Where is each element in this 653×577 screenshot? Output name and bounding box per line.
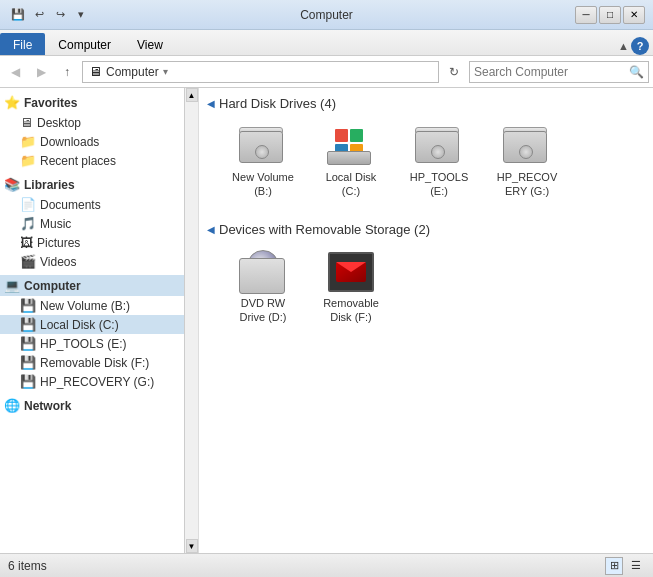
hard-disks-grid: New Volume (B:) bbox=[207, 119, 645, 206]
back-button[interactable]: ◀ bbox=[4, 61, 26, 83]
dvd-rw-drive-label: DVD RWDrive (D:) bbox=[239, 296, 286, 325]
computer-icon: 🖥 bbox=[89, 64, 102, 79]
computer-sidebar-label: Computer bbox=[24, 279, 81, 293]
tab-view[interactable]: View bbox=[124, 33, 176, 55]
sidebar-item-local-disk[interactable]: 💾 Local Disk (C:) bbox=[0, 315, 184, 334]
address-dropdown-arrow[interactable]: ▾ bbox=[163, 66, 168, 77]
removable-section-title: Devices with Removable Storage (2) bbox=[219, 222, 430, 237]
sidebar-computer-header[interactable]: 💻 Computer bbox=[0, 275, 184, 296]
videos-label: Videos bbox=[40, 255, 76, 269]
hp-recovery-drive-icon bbox=[503, 126, 551, 166]
removable-section-header: ◀ Devices with Removable Storage (2) bbox=[207, 222, 645, 237]
desktop-label: Desktop bbox=[37, 116, 81, 130]
drive-hp-recovery[interactable]: HP_RECOVERY (G:) bbox=[487, 119, 567, 206]
removable-drives-grid: DVD DVD RWDrive (D:) RemovableDisk (F:) bbox=[207, 245, 645, 332]
sidebar-item-removable[interactable]: 💾 Removable Disk (F:) bbox=[0, 353, 184, 372]
left-scroll-area: ▲ ▼ bbox=[185, 88, 199, 553]
address-bar: ◀ ▶ ↑ 🖥 Computer ▾ ↻ 🔍 bbox=[0, 56, 653, 88]
documents-label: Documents bbox=[40, 198, 101, 212]
favorites-label: Favorites bbox=[24, 96, 77, 110]
pictures-icon: 🖼 bbox=[20, 235, 33, 250]
hp-recovery-drive-label: HP_RECOVERY (G:) bbox=[497, 170, 558, 199]
sidebar-item-videos[interactable]: 🎬 Videos bbox=[0, 252, 184, 271]
minimize-button[interactable]: ─ bbox=[575, 6, 597, 24]
drive-local-disk[interactable]: Local Disk(C:) bbox=[311, 119, 391, 206]
window-controls: ─ □ ✕ bbox=[575, 6, 645, 24]
network-icon: 🌐 bbox=[4, 398, 20, 413]
tab-file[interactable]: File bbox=[0, 33, 45, 55]
recent-icon: 📁 bbox=[20, 153, 36, 168]
new-volume-icon: 💾 bbox=[20, 298, 36, 313]
undo-qat-button[interactable]: ↩ bbox=[29, 6, 49, 24]
address-text: Computer bbox=[106, 65, 159, 79]
close-button[interactable]: ✕ bbox=[623, 6, 645, 24]
videos-icon: 🎬 bbox=[20, 254, 36, 269]
desktop-icon: 🖥 bbox=[20, 115, 33, 130]
refresh-button[interactable]: ↻ bbox=[443, 61, 465, 83]
up-button[interactable]: ↑ bbox=[56, 61, 78, 83]
local-disk-label: Local Disk (C:) bbox=[40, 318, 119, 332]
address-field[interactable]: 🖥 Computer ▾ bbox=[82, 61, 439, 83]
sidebar-item-hp-tools[interactable]: 💾 HP_TOOLS (E:) bbox=[0, 334, 184, 353]
hard-disk-chevron[interactable]: ◀ bbox=[207, 98, 215, 109]
quick-access-toolbar: 💾 ↩ ↪ ▾ bbox=[8, 6, 91, 24]
hp-tools-drive-label: HP_TOOLS(E:) bbox=[410, 170, 469, 199]
sidebar-item-recent[interactable]: 📁 Recent places bbox=[0, 151, 184, 170]
redo-qat-button[interactable]: ↪ bbox=[50, 6, 70, 24]
documents-icon: 📄 bbox=[20, 197, 36, 212]
ribbon-right: ▲ ? bbox=[618, 37, 653, 55]
libraries-label: Libraries bbox=[24, 178, 75, 192]
content-area: ◀ Hard Disk Drives (4) New Volume (B:) bbox=[199, 88, 653, 553]
sidebar-item-downloads[interactable]: 📁 Downloads bbox=[0, 132, 184, 151]
qat-dropdown-button[interactable]: ▾ bbox=[71, 6, 91, 24]
title-bar-left: 💾 ↩ ↪ ▾ bbox=[8, 6, 91, 24]
new-volume-drive-icon bbox=[239, 126, 287, 166]
main-layout: ⭐ Favorites 🖥 Desktop 📁 Downloads 📁 Rece… bbox=[0, 88, 653, 553]
sidebar-item-music[interactable]: 🎵 Music bbox=[0, 214, 184, 233]
sidebar-item-new-volume[interactable]: 💾 New Volume (B:) bbox=[0, 296, 184, 315]
removable-label: Removable Disk (F:) bbox=[40, 356, 149, 370]
scroll-up-arrow[interactable]: ▲ bbox=[186, 88, 198, 102]
removable-disk-drive-icon bbox=[327, 252, 375, 292]
title-bar: 💾 ↩ ↪ ▾ Computer ─ □ ✕ bbox=[0, 0, 653, 30]
tab-computer[interactable]: Computer bbox=[45, 33, 124, 55]
drive-removable-disk[interactable]: RemovableDisk (F:) bbox=[311, 245, 391, 332]
medium-icons-view-button[interactable]: ⊞ bbox=[605, 557, 623, 575]
sidebar-item-desktop[interactable]: 🖥 Desktop bbox=[0, 113, 184, 132]
search-box[interactable]: 🔍 bbox=[469, 61, 649, 83]
sidebar-libraries-header[interactable]: 📚 Libraries bbox=[0, 174, 184, 195]
downloads-icon: 📁 bbox=[20, 134, 36, 149]
list-view-button[interactable]: ☰ bbox=[627, 557, 645, 575]
removable-sidebar-icon: 💾 bbox=[20, 355, 36, 370]
forward-button[interactable]: ▶ bbox=[30, 61, 52, 83]
sidebar-libraries-section: 📚 Libraries 📄 Documents 🎵 Music 🖼 Pictur… bbox=[0, 174, 184, 271]
music-label: Music bbox=[40, 217, 71, 231]
hp-tools-icon: 💾 bbox=[20, 336, 36, 351]
sidebar-item-pictures[interactable]: 🖼 Pictures bbox=[0, 233, 184, 252]
drive-new-volume[interactable]: New Volume (B:) bbox=[223, 119, 303, 206]
local-disk-drive-icon bbox=[327, 126, 375, 166]
local-disk-icon: 💾 bbox=[20, 317, 36, 332]
sidebar-network-section: 🌐 Network bbox=[0, 395, 184, 416]
maximize-button[interactable]: □ bbox=[599, 6, 621, 24]
sidebar-computer-section: 💻 Computer 💾 New Volume (B:) 💾 Local Dis… bbox=[0, 275, 184, 391]
network-label: Network bbox=[24, 399, 71, 413]
dvd-rw-drive-icon: DVD bbox=[239, 252, 287, 292]
local-disk-drive-label: Local Disk(C:) bbox=[326, 170, 377, 199]
scroll-down-arrow[interactable]: ▼ bbox=[186, 539, 198, 553]
save-qat-button[interactable]: 💾 bbox=[8, 6, 28, 24]
sidebar-item-hp-recovery[interactable]: 💾 HP_RECOVERY (G:) bbox=[0, 372, 184, 391]
sidebar-network-header[interactable]: 🌐 Network bbox=[0, 395, 184, 416]
pictures-label: Pictures bbox=[37, 236, 80, 250]
ribbon-collapse-button[interactable]: ▲ bbox=[618, 40, 629, 52]
removable-chevron[interactable]: ◀ bbox=[207, 224, 215, 235]
view-controls: ⊞ ☰ bbox=[605, 557, 645, 575]
drive-hp-tools[interactable]: HP_TOOLS(E:) bbox=[399, 119, 479, 206]
items-count: 6 items bbox=[8, 559, 47, 573]
help-button[interactable]: ? bbox=[631, 37, 649, 55]
new-volume-drive-label: New Volume (B:) bbox=[228, 170, 298, 199]
search-input[interactable] bbox=[474, 65, 629, 79]
drive-dvd-rw[interactable]: DVD DVD RWDrive (D:) bbox=[223, 245, 303, 332]
sidebar-item-documents[interactable]: 📄 Documents bbox=[0, 195, 184, 214]
sidebar-favorites-header[interactable]: ⭐ Favorites bbox=[0, 92, 184, 113]
